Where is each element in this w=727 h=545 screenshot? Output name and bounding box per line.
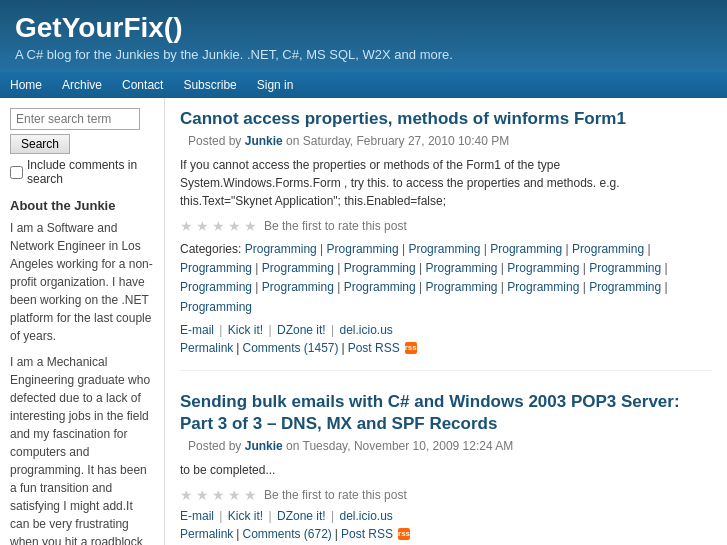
categories-label: Categories: [180, 242, 241, 256]
delicious-link[interactable]: del.icio.us [339, 509, 392, 523]
post-author-link[interactable]: Junkie [245, 439, 283, 453]
cat-link[interactable]: Programming [507, 261, 579, 275]
dzone-link[interactable]: DZone it! [277, 323, 326, 337]
about-heading: About the Junkie [10, 198, 154, 213]
post-item: Sending bulk emails with C# and Windows … [180, 391, 712, 545]
bio-para-1: I am a Software and Network Engineer in … [10, 219, 154, 345]
sidebar: Search Include comments in search About … [0, 98, 165, 545]
include-comments-text: Include comments in search [27, 158, 154, 186]
star-4: ★ [228, 487, 241, 503]
search-box: Search Include comments in search [10, 108, 154, 186]
include-comments-label[interactable]: Include comments in search [10, 158, 154, 186]
star-rating: ★ ★ ★ ★ ★ Be the first to rate this post [180, 487, 712, 503]
search-input[interactable] [10, 108, 140, 130]
cat-link[interactable]: Programming [589, 280, 661, 294]
post-date: Tuesday, November 10, 2009 12:24 AM [303, 439, 514, 453]
post-excerpt: to be completed... [180, 461, 712, 479]
email-link[interactable]: E-mail [180, 509, 214, 523]
cat-link[interactable]: Programming [180, 261, 252, 275]
site-title: GetYourFix() [15, 12, 712, 44]
post-title-link[interactable]: Cannot access properties, methods of win… [180, 109, 626, 128]
cat-link[interactable]: Programming [344, 261, 416, 275]
nav-contact[interactable]: Contact [112, 72, 173, 98]
main-content: Cannot access properties, methods of win… [165, 98, 727, 545]
post-author-link[interactable]: Junkie [245, 134, 283, 148]
cat-link[interactable]: Programming [507, 280, 579, 294]
star-4: ★ [228, 218, 241, 234]
star-3: ★ [212, 218, 225, 234]
star-2: ★ [196, 218, 209, 234]
star-1: ★ [180, 487, 193, 503]
post-rss-link[interactable]: Post RSS [341, 527, 393, 541]
post-item: Cannot access properties, methods of win… [180, 108, 712, 371]
permalink-line: Permalink | Comments (672) | Post RSS rs… [180, 527, 712, 541]
sep3: | [331, 323, 334, 337]
cat-link[interactable]: Programming [425, 280, 497, 294]
sidebar-bio: I am a Software and Network Engineer in … [10, 219, 154, 545]
permalink-link[interactable]: Permalink [180, 527, 233, 541]
sep2: | [269, 509, 272, 523]
cat-link[interactable]: Programming [408, 242, 480, 256]
star-5: ★ [244, 218, 257, 234]
star-rating: ★ ★ ★ ★ ★ Be the first to rate this post [180, 218, 712, 234]
sep1: | [219, 323, 222, 337]
comments-link[interactable]: Comments (1457) [242, 341, 338, 355]
permalink-link[interactable]: Permalink [180, 341, 233, 355]
sep3: | [331, 509, 334, 523]
cat-link[interactable]: Programming [180, 300, 252, 314]
sep1: | [219, 509, 222, 523]
post-title-link[interactable]: Sending bulk emails with C# and Windows … [180, 392, 680, 433]
email-link[interactable]: E-mail [180, 323, 214, 337]
post-social-links: E-mail | Kick it! | DZone it! | del.icio… [180, 509, 712, 523]
rating-text: Be the first to rate this post [264, 219, 407, 233]
kick-link[interactable]: Kick it! [228, 323, 263, 337]
nav-signin[interactable]: Sign in [247, 72, 304, 98]
cat-link[interactable]: Programming [262, 261, 334, 275]
sep2: | [269, 323, 272, 337]
sep5: | [342, 341, 345, 355]
site-header: GetYourFix() A C# blog for the Junkies b… [0, 0, 727, 72]
page-layout: Search Include comments in search About … [0, 98, 727, 545]
bio-para-2: I am a Mechanical Engineering graduate w… [10, 353, 154, 545]
search-button[interactable]: Search [10, 134, 70, 154]
post-date: Saturday, February 27, 2010 10:40 PM [303, 134, 510, 148]
sep4: | [236, 527, 239, 541]
star-2: ★ [196, 487, 209, 503]
cat-link[interactable]: Programming [180, 280, 252, 294]
cat-link[interactable]: Programming [572, 242, 644, 256]
cat-link[interactable]: Programming [589, 261, 661, 275]
sep4: | [236, 341, 239, 355]
comments-link[interactable]: Comments (672) [242, 527, 331, 541]
cat-link[interactable]: Programming [245, 242, 317, 256]
star-3: ★ [212, 487, 225, 503]
cat-link[interactable]: Programming [344, 280, 416, 294]
star-1: ★ [180, 218, 193, 234]
permalink-line: Permalink | Comments (1457) | Post RSS r… [180, 341, 712, 355]
post-social-links: E-mail | Kick it! | DZone it! | del.icio… [180, 323, 712, 337]
star-5: ★ [244, 487, 257, 503]
post-meta: Posted by Junkie on Tuesday, November 10… [188, 439, 712, 453]
cat-link[interactable]: Programming [490, 242, 562, 256]
rating-text: Be the first to rate this post [264, 488, 407, 502]
nav-home[interactable]: Home [0, 72, 52, 98]
post-rss-link[interactable]: Post RSS [348, 341, 400, 355]
nav-archive[interactable]: Archive [52, 72, 112, 98]
dzone-link[interactable]: DZone it! [277, 509, 326, 523]
cat-link[interactable]: Programming [262, 280, 334, 294]
cat-link[interactable]: Programming [327, 242, 399, 256]
site-subtitle: A C# blog for the Junkies by the Junkie.… [15, 47, 712, 62]
sep5: | [335, 527, 338, 541]
delicious-link[interactable]: del.icio.us [339, 323, 392, 337]
rss-icon: rss [398, 528, 410, 540]
post-meta: Posted by Junkie on Saturday, February 2… [188, 134, 712, 148]
include-comments-checkbox[interactable] [10, 166, 23, 179]
main-nav: Home Archive Contact Subscribe Sign in [0, 72, 727, 98]
post-excerpt: If you cannot access the properties or m… [180, 156, 712, 210]
post-categories: Categories: Programming | Programming | … [180, 240, 712, 317]
nav-subscribe[interactable]: Subscribe [173, 72, 246, 98]
cat-link[interactable]: Programming [425, 261, 497, 275]
rss-icon: rss [405, 342, 417, 354]
kick-link[interactable]: Kick it! [228, 509, 263, 523]
